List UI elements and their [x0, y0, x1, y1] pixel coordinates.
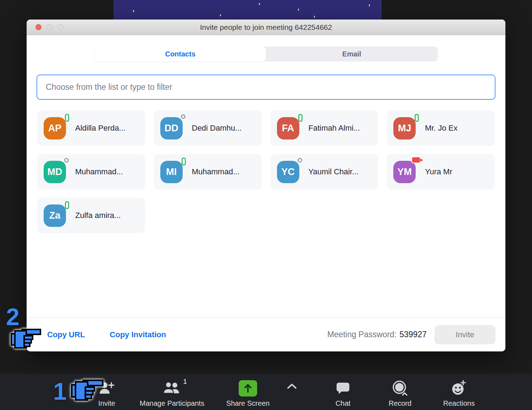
invite-button[interactable]: Invite — [434, 325, 495, 344]
star-speck — [259, 3, 260, 5]
contact-name: Zulfa amira... — [75, 211, 121, 220]
meeting-password-value: 539927 — [399, 330, 427, 339]
tab-contacts[interactable]: Contacts — [95, 47, 266, 61]
toolbar-record-label: Record — [389, 399, 411, 408]
toolbar-record-button[interactable]: Record — [379, 376, 421, 408]
contact-name: Fatimah Almi... — [309, 124, 360, 133]
presence-badge-icon — [415, 114, 419, 122]
presence-badge-icon — [64, 158, 69, 163]
dialog-title: Invite people to join meeting 642254662 — [27, 23, 505, 32]
contact-card[interactable]: DD Dedi Damhu... — [154, 110, 262, 146]
presence-badge-icon — [181, 114, 185, 119]
dialog-footer: Copy URL Copy Invitation Meeting Passwor… — [27, 317, 505, 351]
window-controls — [35, 24, 63, 30]
star-speck — [314, 16, 315, 18]
contact-name: Yaumil Chair... — [309, 167, 359, 176]
toolbar-share-screen-button[interactable]: Share Screen — [221, 376, 275, 408]
contact-avatar: Za — [44, 204, 66, 227]
hand-cursor-icon — [70, 376, 104, 404]
copy-invitation-link[interactable]: Copy Invitation — [110, 330, 166, 339]
contact-avatar: AP — [44, 117, 66, 140]
star-speck — [298, 9, 299, 11]
contacts-grid: AP Aldilla Perda... DD Dedi Damhu... FA — [27, 110, 505, 233]
presence-badge-icon — [298, 158, 302, 163]
presence-badge-icon — [182, 158, 186, 165]
star-speck — [369, 4, 370, 6]
meeting-video-background — [113, 0, 382, 21]
invite-dialog: Invite people to join meeting 642254662 … — [27, 20, 505, 351]
annotation-step-1: 1 — [53, 379, 67, 403]
contact-name: Muhammad... — [192, 167, 240, 176]
zoom-window-button[interactable] — [57, 24, 63, 30]
contact-name: Aldilla Perda... — [75, 124, 126, 133]
star-speck — [133, 10, 134, 12]
tab-email[interactable]: Email — [266, 47, 438, 61]
contact-card[interactable]: YC Yaumil Chair... — [271, 154, 378, 190]
hand-cursor-icon — [10, 325, 42, 351]
toolbar-manage-participants-label: Manage Participants — [140, 399, 204, 408]
toolbar-manage-participants-button[interactable]: 1 Manage Participants — [128, 376, 216, 408]
contact-avatar: MD — [44, 161, 66, 183]
contact-card[interactable]: MD Muhammad... — [37, 154, 145, 190]
participants-count-badge: 1 — [183, 378, 187, 386]
toolbar-chat-button[interactable]: Chat — [323, 376, 362, 408]
copy-url-link[interactable]: Copy URL — [47, 330, 85, 339]
contact-card[interactable]: YM Yura Mr — [387, 154, 495, 190]
star-speck — [220, 14, 221, 16]
contact-avatar: YM — [393, 161, 416, 183]
contact-card[interactable]: Za Zulfa amira... — [37, 198, 145, 233]
toolbar-reactions-label: Reactions — [443, 399, 475, 408]
reactions-icon — [450, 380, 467, 397]
presence-badge-icon — [411, 157, 421, 163]
contact-name: Mr. Jo Ex — [425, 124, 458, 133]
contact-name: Dedi Damhu... — [192, 124, 242, 133]
presence-badge-icon — [298, 114, 303, 122]
contact-name: Yura Mr — [425, 167, 452, 176]
toolbar-reactions-button[interactable]: Reactions — [434, 376, 484, 408]
contact-avatar: FA — [277, 117, 299, 140]
meeting-password-label: Meeting Password: — [327, 330, 397, 339]
meeting-password: Meeting Password:539927 — [327, 330, 427, 339]
close-window-button[interactable] — [35, 24, 41, 30]
contact-card[interactable]: FA Fatimah Almi... — [271, 110, 378, 146]
chat-icon — [336, 380, 350, 397]
contact-avatar: MI — [160, 161, 183, 183]
presence-badge-icon — [65, 114, 69, 122]
minimize-window-button[interactable] — [46, 24, 52, 30]
toolbar-chat-label: Chat — [336, 399, 350, 408]
contact-name: Muhammad... — [75, 167, 123, 176]
contact-filter-input[interactable] — [37, 75, 495, 100]
contact-card[interactable]: MI Muhammad... — [154, 154, 262, 190]
record-icon — [391, 380, 409, 397]
dialog-titlebar: Invite people to join meeting 642254662 — [27, 20, 505, 35]
share-screen-icon — [239, 380, 257, 397]
contact-card[interactable]: AP Aldilla Perda... — [37, 110, 145, 146]
contact-avatar: DD — [160, 117, 183, 140]
contact-card[interactable]: MJ Mr. Jo Ex — [387, 110, 495, 146]
presence-badge-icon — [65, 201, 69, 209]
participants-icon: 1 — [163, 380, 181, 397]
share-options-chevron-icon[interactable] — [284, 383, 300, 389]
contact-avatar: MJ — [393, 117, 416, 140]
contact-avatar: YC — [277, 161, 299, 183]
toolbar-share-screen-label: Share Screen — [226, 399, 270, 408]
invite-tabs: Contacts Email — [95, 47, 438, 61]
